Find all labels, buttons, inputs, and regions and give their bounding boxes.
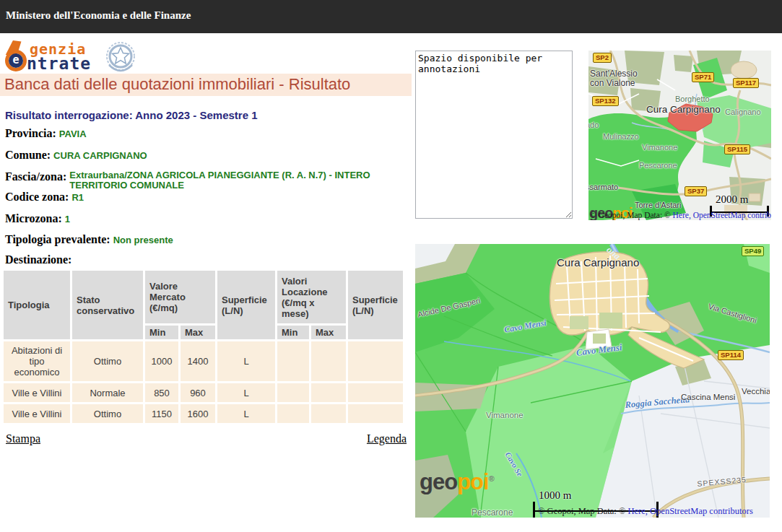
agenzia-entrate-logo[interactable]: e genzia ntrate — [4, 40, 148, 73]
logo-e-circle-icon: e — [9, 53, 23, 68]
provincia-value: PAVIA — [56, 128, 87, 139]
overview-map[interactable]: SP2 SP71 SP117 SP132 SP115 SP37 Sant'Ale… — [588, 51, 771, 220]
codice-zona-value: R1 — [69, 192, 84, 203]
col-header-stato: Stato conservativo — [72, 271, 143, 339]
col-header-max-2: Max — [311, 326, 346, 339]
map-label-vecchia: Vecchia — [742, 387, 770, 396]
scale-label: 1000 m — [533, 489, 659, 502]
cell-tipologia: Ville e Villini — [4, 383, 70, 402]
cell-vm-min: 1150 — [145, 404, 178, 423]
map-label-torre-dastari: Torre d'Astari — [635, 201, 681, 209]
col-header-max-1: Max — [181, 326, 215, 339]
col-header-valore-mercato: Valore Mercato (€/mq) — [145, 271, 215, 323]
tipologia-prevalente-label: Tipologia prevalente: — [5, 233, 110, 245]
cell-sup2 — [348, 404, 403, 423]
map-label-vimanone: Vimanone — [642, 143, 677, 152]
map-label-santalessio: Sant'Alessio con Vialone — [590, 69, 648, 88]
here-link[interactable]: Here, — [628, 506, 648, 516]
field-tipologia-prevalente: Tipologia prevalente:Non presente — [5, 233, 173, 246]
copyright-prefix: © Geopoi, Map Data: © — [590, 211, 673, 219]
cell-sup1: L — [217, 383, 275, 402]
road-badge-sp49: SP49 — [742, 246, 764, 256]
field-microzona: Microzona:1 — [5, 212, 70, 225]
field-codice-zona: Codice zona:R1 — [5, 191, 84, 204]
road-badge-sp2: SP2 — [593, 53, 612, 63]
cell-vl-min — [277, 341, 309, 381]
provincia-label: Provincia: — [5, 127, 56, 139]
cell-vl-min — [277, 404, 309, 423]
cell-stato: Ottimo — [72, 341, 143, 381]
map-label-pescarone: Pescarone — [472, 507, 513, 518]
cell-vm-min: 1000 — [145, 341, 178, 381]
cell-sup1: L — [217, 341, 275, 381]
field-comune: Comune:CURA CARPIGNANO — [5, 149, 147, 162]
legenda-link[interactable]: Legenda — [367, 432, 407, 445]
destinazione-label: Destinazione: — [5, 253, 71, 266]
map-label-cascina-mensi: Cascina Mensi — [681, 393, 735, 401]
cell-vm-max: 1600 — [181, 404, 215, 423]
osm-link[interactable]: OpenStreetMap contributor — [691, 211, 771, 219]
agenzia-entrate-logo-mark: e genzia ntrate — [4, 40, 148, 73]
cell-sup2 — [348, 383, 403, 402]
cell-vm-max: 1400 — [181, 341, 215, 381]
query-result-title: Risultato interrogazione: Anno 2023 - Se… — [5, 109, 258, 121]
table-row: Ville e Villini Ottimo 1150 1600 L — [4, 404, 403, 423]
table-row: Ville e Villini Normale 850 960 L — [4, 383, 403, 402]
copyright-prefix: © Geopoi, Map Data: © — [538, 506, 628, 516]
field-destinazione: Destinazione: — [5, 253, 71, 266]
cell-tipologia: Ville e Villini — [4, 404, 70, 423]
cell-vl-min — [277, 383, 309, 402]
cell-tipologia: Abitazioni di tipo economico — [4, 341, 70, 381]
map-label-mulinazzo: Mulinazzo — [603, 132, 639, 141]
result-panel: Risultato interrogazione: Anno 2023 - Se… — [4, 103, 409, 532]
cell-vl-max — [311, 341, 346, 381]
map-label-cura-carpignano: Cura Carpignano — [646, 104, 721, 115]
osm-link[interactable]: OpenStreetMap contributors — [648, 506, 753, 516]
codice-zona-label: Codice zona: — [5, 191, 69, 203]
field-provincia: Provincia:PAVIA — [5, 127, 87, 140]
col-header-min-2: Min — [277, 326, 309, 339]
annotations-textarea[interactable]: Spazio disponibile per annotazioni — [415, 51, 573, 219]
logo-word-ntrate: ntrate — [27, 54, 91, 73]
cell-sup1: L — [217, 404, 275, 423]
page-title: Banca dati delle quotazioni immobiliari … — [0, 74, 412, 94]
road-badge-sp115: SP115 — [724, 144, 750, 154]
italy-emblem-icon — [105, 40, 136, 73]
microzona-label: Microzona: — [5, 212, 62, 224]
tipologia-prevalente-value: Non presente — [110, 235, 173, 245]
page-banner: Banca dati delle quotazioni immobiliari … — [0, 74, 412, 96]
cell-vl-max — [311, 404, 346, 423]
map-label-cura-carpignano: Cura Carpignano — [557, 256, 639, 269]
col-header-min-1: Min — [145, 326, 178, 339]
map-label-calignano: Calignano — [725, 108, 761, 116]
microzona-value: 1 — [62, 214, 70, 224]
road-badge-sp117: SP117 — [733, 78, 759, 88]
detail-map[interactable]: SP49 SP114 Cura Carpignano ona Via Casti… — [415, 244, 770, 518]
map-copyright: © Geopoi, Map Data: © Here, OpenStreetMa… — [538, 506, 753, 517]
col-header-superficie-1: Superficie (L/N) — [217, 271, 275, 339]
col-header-valori-locazione: Valori Locazione (€/mq x mese) — [277, 271, 346, 323]
map-label-pescarone: Pescarone — [639, 161, 677, 170]
comune-value: CURA CARPIGNANO — [51, 150, 147, 161]
here-link[interactable]: Here, — [673, 211, 691, 219]
cell-vl-max — [311, 383, 346, 402]
quotations-table: Tipologia Stato conservativo Valore Merc… — [1, 269, 405, 425]
road-badge-sp114: SP114 — [718, 350, 744, 360]
map-label-borghetto: Borghetto — [675, 95, 710, 103]
map-label-vimanone: Vimanone — [486, 411, 523, 419]
map-copyright: © Geopoi, Map Data: © Here, OpenStreetMa… — [590, 211, 771, 219]
fascia-zona-value: Extraurbana/ZONA AGRICOLA PIANEGGIANTE (… — [66, 170, 407, 191]
map-label-ssarmato: ssarmato — [588, 183, 618, 191]
cell-stato: Ottimo — [72, 404, 143, 423]
cell-sup2 — [348, 341, 403, 381]
col-header-superficie-2: Superficie (L/N) — [348, 271, 403, 339]
scale-label: 2000 m — [710, 193, 769, 206]
field-fascia-zona: Fascia/zona:Extraurbana/ZONA AGRICOLA PI… — [5, 170, 407, 191]
cell-vm-max: 960 — [181, 383, 215, 402]
geopoi-logo: geopoi® — [420, 469, 495, 495]
road-badge-sp71: SP71 — [692, 72, 714, 82]
cell-vm-min: 850 — [145, 383, 178, 402]
stampa-link[interactable]: Stampa — [6, 432, 40, 445]
col-header-tipologia: Tipologia — [4, 271, 70, 339]
fascia-zona-label: Fascia/zona: — [5, 170, 66, 183]
